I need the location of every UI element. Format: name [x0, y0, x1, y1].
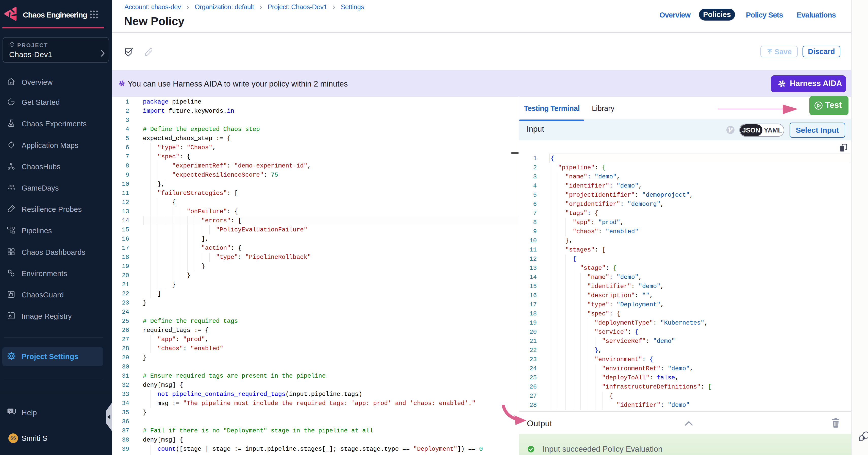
svg-text:?: ?	[9, 409, 12, 413]
